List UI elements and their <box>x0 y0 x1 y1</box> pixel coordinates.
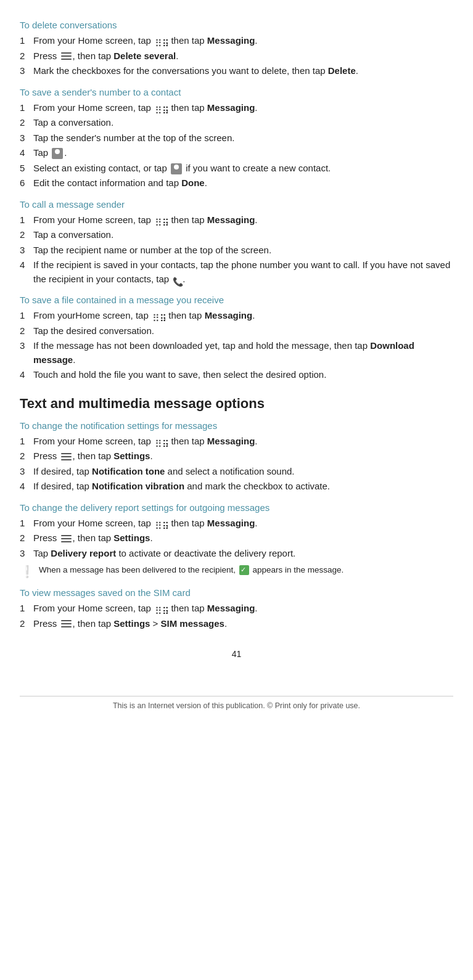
step-text: From yourHome screen, tap ⠿, then tap Me… <box>33 309 255 323</box>
step-text: If desired, tap Notification tone and se… <box>33 465 295 479</box>
step-text: Tap a conversation. <box>33 116 113 130</box>
step-text: Edit the contact information and tap Don… <box>33 176 207 190</box>
list-item: 1 From your Home screen, tap ⠿, then tap… <box>20 435 453 449</box>
section-delivery-report: To change the delivery report settings f… <box>20 502 453 579</box>
step-number: 2 <box>20 116 33 130</box>
list-item: 3 If the message has not been downloaded… <box>20 339 453 367</box>
step-number: 3 <box>20 547 33 561</box>
list-item: 1 From yourHome screen, tap ⠿, then tap … <box>20 309 453 323</box>
list-item: 2 Tap a conversation. <box>20 228 453 242</box>
list-item: 2 Press , then tap Settings > SIM messag… <box>20 617 453 631</box>
list-item: 1 From your Home screen, tap ⠿, then tap… <box>20 602 453 616</box>
steps-save-file: 1 From yourHome screen, tap ⠿, then tap … <box>20 309 453 382</box>
step-number: 2 <box>20 228 33 242</box>
section-sim-messages: To view messages saved on the SIM card 1… <box>20 587 453 631</box>
step-text: If the recipient is saved in your contac… <box>33 258 453 286</box>
list-item: 4 Touch and hold the file you want to sa… <box>20 368 453 382</box>
step-number: 3 <box>20 64 33 78</box>
apps-icon: ⠿ <box>155 36 165 46</box>
steps-call-sender: 1 From your Home screen, tap ⠿, then tap… <box>20 213 453 287</box>
step-number: 2 <box>20 531 33 545</box>
section-heading-save-sender: To save a sender's number to a contact <box>20 87 453 97</box>
step-text: From your Home screen, tap ⠿, then tap M… <box>33 602 258 616</box>
section-heading-delete: To delete conversations <box>20 20 453 30</box>
step-number: 4 <box>20 258 33 286</box>
step-number: 2 <box>20 617 33 631</box>
exclamation-icon: ❕ <box>20 565 35 579</box>
step-text: From your Home screen, tap ⠿, then tap M… <box>33 101 258 115</box>
step-number: 1 <box>20 435 33 449</box>
apps-icon: ⠿ <box>155 216 165 226</box>
contact-icon <box>52 148 63 159</box>
list-item: 3 Tap the sender's number at the top of … <box>20 131 453 145</box>
step-number: 3 <box>20 131 33 145</box>
list-item: 3 Tap Delivery report to activate or dea… <box>20 547 453 561</box>
step-number: 1 <box>20 34 33 48</box>
menu-icon <box>61 535 72 543</box>
check-icon <box>239 565 249 575</box>
menu-icon <box>61 620 72 628</box>
section-notification-settings: To change the notification settings for … <box>20 420 453 494</box>
step-text: Select an existing contact, or tap if yo… <box>33 161 331 176</box>
step-number: 1 <box>20 517 33 531</box>
step-number: 2 <box>20 49 33 63</box>
section-call-sender: To call a message sender 1 From your Hom… <box>20 199 453 287</box>
section-heading-delivery: To change the delivery report settings f… <box>20 502 453 513</box>
step-text: Tap the sender's number at the top of th… <box>33 131 234 145</box>
steps-sim: 1 From your Home screen, tap ⠿, then tap… <box>20 602 453 631</box>
step-text: From your Home screen, tap ⠿, then tap M… <box>33 517 258 531</box>
section-heading-notification: To change the notification settings for … <box>20 420 453 431</box>
step-text: From your Home screen, tap ⠿, then tap M… <box>33 34 258 48</box>
list-item: 3 Tap the recipient name or number at th… <box>20 243 453 258</box>
add-contact-icon <box>171 163 182 174</box>
section-delete-conversations: To delete conversations 1 From your Home… <box>20 20 453 78</box>
phone-icon: 📞 <box>173 276 181 284</box>
list-item: 6 Edit the contact information and tap D… <box>20 176 453 190</box>
section-heading-save-file: To save a file contained in a message yo… <box>20 295 453 305</box>
section-save-file: To save a file contained in a message yo… <box>20 295 453 382</box>
step-text: If the message has not been downloaded y… <box>33 339 453 367</box>
section-save-sender: To save a sender's number to a contact 1… <box>20 87 453 190</box>
list-item: 2 Tap the desired conversation. <box>20 324 453 338</box>
list-item: 1 From your Home screen, tap ⠿, then tap… <box>20 101 453 115</box>
step-text: If desired, tap Notification vibration a… <box>33 480 330 494</box>
step-number: 4 <box>20 368 33 382</box>
step-text: Mark the checkboxes for the conversation… <box>33 64 358 78</box>
apps-icon: ⠿ <box>155 604 165 614</box>
apps-icon: ⠿ <box>155 519 165 529</box>
step-text: Tap . <box>33 146 67 160</box>
list-item: 3 Mark the checkboxes for the conversati… <box>20 64 453 78</box>
step-number: 5 <box>20 161 33 176</box>
step-text: From your Home screen, tap ⠿, then tap M… <box>33 435 258 449</box>
page-number: 41 <box>20 649 453 659</box>
steps-delete: 1 From your Home screen, tap ⠿, then tap… <box>20 34 453 78</box>
page-content: To delete conversations 1 From your Home… <box>20 20 453 710</box>
step-number: 3 <box>20 243 33 258</box>
list-item: 1 From your Home screen, tap ⠿, then tap… <box>20 213 453 227</box>
step-number: 4 <box>20 480 33 494</box>
step-text: Tap Delivery report to activate or deact… <box>33 547 295 561</box>
step-text: Touch and hold the file you want to save… <box>33 368 326 382</box>
step-number: 2 <box>20 449 33 463</box>
menu-icon <box>61 453 72 461</box>
big-heading-multimedia: Text and multimedia message options <box>20 396 453 412</box>
list-item: 4 Tap . <box>20 146 453 160</box>
list-item: 2 Press , then tap Settings. <box>20 531 453 545</box>
list-item: 1 From your Home screen, tap ⠿, then tap… <box>20 517 453 531</box>
section-heading-sim: To view messages saved on the SIM card <box>20 587 453 598</box>
menu-icon <box>61 52 72 60</box>
step-text: Tap a conversation. <box>33 228 113 242</box>
note-text: When a message has been delivered to the… <box>39 565 343 575</box>
page-footer: This is an Internet version of this publ… <box>20 696 453 710</box>
step-text: From your Home screen, tap ⠿, then tap M… <box>33 213 258 227</box>
step-number: 2 <box>20 324 33 338</box>
step-number: 1 <box>20 101 33 115</box>
steps-notification: 1 From your Home screen, tap ⠿, then tap… <box>20 435 453 494</box>
note-delivery: ❕ When a message has been delivered to t… <box>20 565 453 579</box>
list-item: 4 If desired, tap Notification vibration… <box>20 480 453 494</box>
step-text: Tap the recipient name or number at the … <box>33 243 271 258</box>
list-item: 2 Press , then tap Settings. <box>20 449 453 463</box>
step-text: Press , then tap Settings. <box>33 449 153 463</box>
step-text: Press , then tap Settings. <box>33 531 153 545</box>
step-number: 6 <box>20 176 33 190</box>
